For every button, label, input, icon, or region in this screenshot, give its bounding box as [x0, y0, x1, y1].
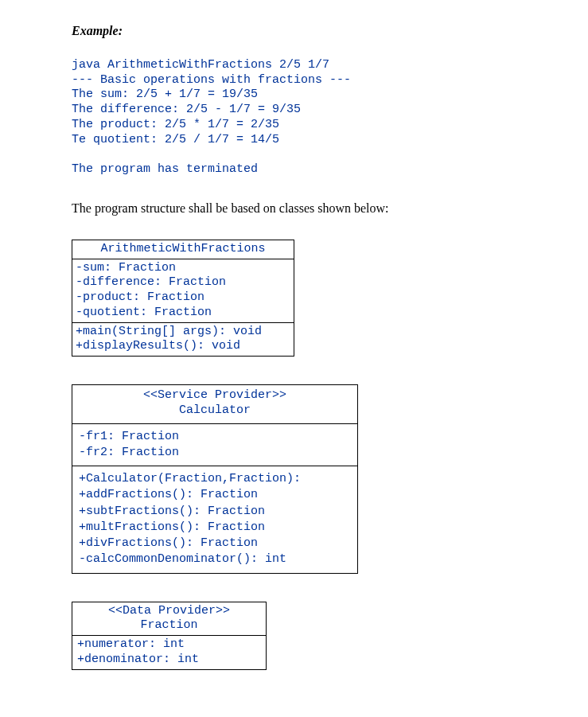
uml-header: <<Data Provider>> Fraction	[72, 602, 266, 637]
uml-attr: +denominator: int	[77, 653, 199, 666]
code-line: --- Basic operations with fractions ---	[72, 73, 351, 87]
uml-method: +main(String[] args): void	[76, 325, 262, 338]
uml-attributes: -sum: Fraction -difference: Fraction -pr…	[72, 259, 294, 322]
uml-methods: +Calculator(Fraction,Fraction): +addFrac…	[72, 466, 357, 573]
structure-paragraph: The program structure shall be based on …	[72, 201, 516, 216]
code-line: Te quotient: 2/5 / 1/7 = 14/5	[72, 133, 279, 146]
uml-method: +subtFractions(): Fraction	[79, 505, 265, 518]
uml-method: +Calculator(Fraction,Fraction):	[79, 472, 301, 485]
uml-attributes: -fr1: Fraction -fr2: Fraction	[72, 424, 357, 466]
uml-class-fraction: <<Data Provider>> Fraction +numerator: i…	[72, 602, 267, 670]
uml-stereotype: <<Service Provider>>	[76, 388, 354, 403]
example-code-block: java ArithmeticWithFractions 2/5 1/7 ---…	[72, 43, 516, 177]
code-line: The product: 2/5 * 1/7 = 2/35	[72, 118, 279, 131]
uml-methods: +main(String[] args): void +displayResul…	[72, 322, 294, 357]
uml-method: +addFractions(): Fraction	[79, 488, 258, 501]
uml-attr: -difference: Fraction	[76, 275, 226, 289]
code-line: The difference: 2/5 - 1/7 = 9/35	[72, 103, 301, 116]
code-line: The sum: 2/5 + 1/7 = 19/35	[72, 88, 258, 101]
uml-header: <<Service Provider>> Calculator	[72, 385, 357, 424]
uml-classname: ArithmeticWithFractions	[76, 242, 290, 257]
uml-method: -calcCommonDenominator(): int	[79, 552, 286, 566]
uml-header: ArithmeticWithFractions	[72, 240, 294, 259]
code-line: java ArithmeticWithFractions 2/5 1/7	[72, 58, 329, 72]
uml-attr: -fr1: Fraction	[79, 430, 179, 443]
uml-attr: -sum: Fraction	[76, 261, 176, 275]
uml-method: +displayResults(): void	[76, 339, 240, 353]
uml-attr: +numerator: int	[77, 637, 185, 651]
example-heading: Example:	[72, 24, 516, 38]
uml-method: +multFractions(): Fraction	[79, 520, 265, 534]
uml-attributes: +numerator: int +denominator: int	[72, 636, 266, 669]
uml-stereotype: <<Data Provider>>	[76, 604, 263, 619]
uml-classname: Calculator	[76, 403, 354, 419]
code-line: The program has terminated	[72, 162, 258, 176]
uml-attr: -fr2: Fraction	[79, 446, 179, 459]
uml-method: +divFractions(): Fraction	[79, 536, 258, 550]
uml-attr: -quotient: Fraction	[76, 306, 212, 319]
uml-class-calculator: <<Service Provider>> Calculator -fr1: Fr…	[72, 384, 358, 574]
uml-class-arithmetic: ArithmeticWithFractions -sum: Fraction -…	[72, 240, 294, 357]
uml-classname: Fraction	[76, 618, 263, 633]
uml-attr: -product: Fraction	[76, 290, 204, 304]
